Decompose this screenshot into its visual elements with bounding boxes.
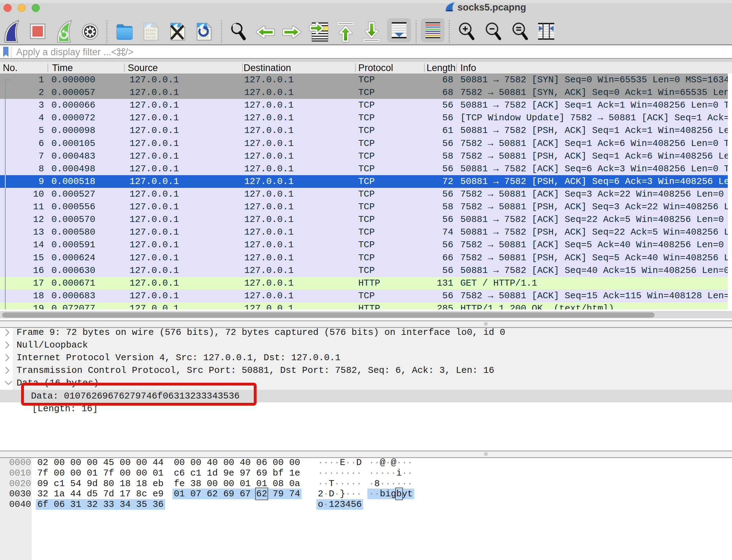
svg-text:01110: 01110 <box>146 36 156 39</box>
